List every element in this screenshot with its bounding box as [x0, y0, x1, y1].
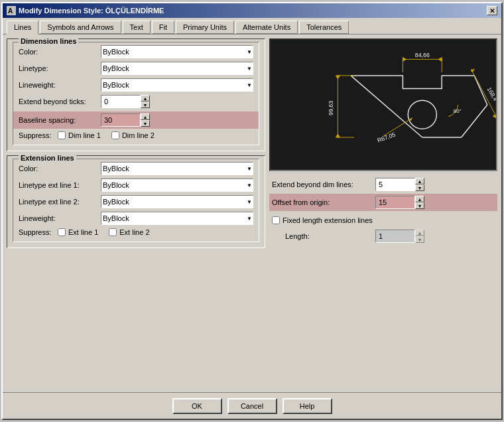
fixed-length-label: Fixed length extension lines	[283, 216, 373, 224]
linetype1-label: Linetype ext line 1:	[19, 181, 98, 189]
suppress-dimlines-label: Suppress:	[19, 131, 55, 139]
extend-ticks-down[interactable]: ▼	[141, 102, 150, 108]
svg-text:99,63: 99,63	[328, 101, 334, 115]
baseline-spinner: 30 ▲ ▼	[101, 113, 150, 127]
ext-lineweight-label: Lineweight:	[19, 214, 98, 222]
extline1-label: Ext line 1	[68, 228, 98, 236]
linetype2-select-wrap: ByBlock ▼	[101, 195, 253, 208]
preview-box: 84,66 99,63	[269, 38, 497, 171]
length-row: Length: 1 ▲ ▼	[272, 230, 495, 243]
svg-text:84,66: 84,66	[415, 52, 430, 58]
offset-origin-row: Offset from origin: 15 ▲ ▼	[269, 194, 497, 211]
tab-symbols-arrows[interactable]: Symbols and Arrows	[40, 21, 121, 34]
offset-origin-label: Offset from origin:	[272, 198, 371, 206]
extend-dimlines-buttons: ▲ ▼	[415, 178, 424, 191]
linetype2-row: Linetype ext line 2: ByBlock ▼	[19, 195, 253, 208]
linetype-row: Linetype: ByBlock ▼	[19, 62, 253, 75]
color-select[interactable]: ByBlock	[101, 45, 253, 58]
extline2-label: Ext line 2	[119, 228, 149, 236]
svg-text:A: A	[8, 7, 13, 15]
linetype-label: Linetype:	[19, 64, 98, 72]
baseline-row: Baseline spacing: 30 ▲ ▼	[13, 111, 259, 129]
length-down[interactable]: ▼	[415, 236, 424, 243]
window-title: Modify Dimension Style: ÖLÇÜLENDİRME	[19, 7, 164, 15]
dimline1-group: Dim line 1	[58, 131, 101, 139]
length-buttons: ▲ ▼	[415, 230, 424, 243]
offset-origin-up[interactable]: ▲	[415, 196, 424, 202]
extension-lines-inner: Extension lines Color: ByBlock ▼	[13, 159, 259, 242]
ext-color-label: Color:	[19, 165, 98, 173]
lineweight-row: Lineweight: ByBlock ▼	[19, 78, 253, 92]
dimline2-label: Dim line 2	[122, 131, 155, 139]
suppress-extlines-row: Suppress: Ext line 1 Ext line 2	[19, 228, 253, 236]
extline1-checkbox[interactable]	[58, 228, 66, 236]
cancel-button[interactable]: Cancel	[227, 398, 277, 414]
extend-dimlines-input[interactable]: 5	[375, 178, 415, 191]
extend-ticks-up[interactable]: ▲	[141, 95, 150, 102]
ok-button[interactable]: OK	[172, 398, 222, 414]
linetype2-select[interactable]: ByBlock	[101, 195, 253, 208]
length-up[interactable]: ▲	[415, 230, 424, 236]
tab-primary-units[interactable]: Primary Units	[176, 21, 234, 34]
right-panel: 84,66 99,63	[269, 38, 497, 384]
extline1-group: Ext line 1	[58, 228, 98, 236]
fixed-length-row: Fixed length extension lines	[272, 216, 495, 224]
offset-origin-buttons: ▲ ▼	[415, 196, 424, 209]
left-panel: Dimension lines Color: ByBlock ▼	[7, 38, 265, 384]
content-area: Dimension lines Color: ByBlock ▼	[3, 35, 501, 387]
bottom-bar: OK Cancel Help	[3, 392, 501, 419]
linetype-select-wrap: ByBlock ▼	[101, 62, 253, 75]
length-input[interactable]: 1	[375, 230, 415, 243]
fixed-length-checkbox[interactable]	[272, 216, 280, 224]
ext-lineweight-select[interactable]: ByBlock	[101, 212, 253, 225]
tab-text[interactable]: Text	[123, 21, 151, 34]
offset-origin-down[interactable]: ▼	[415, 202, 424, 209]
extend-dimlines-row: Extend beyond dim lines: 5 ▲ ▼	[272, 178, 495, 191]
ext-lineweight-row: Lineweight: ByBlock ▼	[19, 212, 253, 225]
tab-tolerances[interactable]: Tolerances	[299, 21, 349, 34]
extension-lines-label: Extension lines	[19, 154, 76, 162]
offset-origin-input[interactable]: 15	[375, 196, 415, 209]
extend-dimlines-up[interactable]: ▲	[415, 178, 424, 184]
dimline1-label: Dim line 1	[68, 131, 101, 139]
length-spinner: 1 ▲ ▼	[375, 230, 424, 243]
tab-lines[interactable]: Lines	[7, 21, 38, 35]
linetype1-select[interactable]: ByBlock	[101, 178, 253, 192]
ext-color-row: Color: ByBlock ▼	[19, 162, 253, 175]
lineweight-select[interactable]: ByBlock	[101, 78, 253, 92]
extend-ticks-row: Extend beyond ticks: 0 ▲ ▼	[19, 95, 253, 108]
ext-color-select[interactable]: ByBlock	[101, 162, 253, 175]
lineweight-label: Lineweight:	[19, 81, 98, 89]
color-label: Color:	[19, 48, 98, 56]
baseline-up[interactable]: ▲	[141, 113, 150, 120]
close-button[interactable]: ✕	[487, 6, 497, 15]
dimline1-checkbox[interactable]	[58, 131, 66, 139]
title-bar: A Modify Dimension Style: ÖLÇÜLENDİRME ✕	[3, 3, 501, 18]
extension-lines-group: Extension lines Color: ByBlock ▼	[7, 155, 265, 248]
extline2-checkbox[interactable]	[109, 228, 117, 236]
lineweight-select-wrap: ByBlock ▼	[101, 78, 253, 92]
length-label: Length:	[272, 232, 371, 240]
extend-ticks-spinner: 0 ▲ ▼	[101, 95, 150, 108]
linetype-select[interactable]: ByBlock	[101, 62, 253, 75]
extend-dimlines-down[interactable]: ▼	[415, 184, 424, 191]
suppress-dimlines-row: Suppress: Dim line 1 Dim line 2	[19, 131, 253, 139]
tab-fit[interactable]: Fit	[152, 21, 174, 34]
baseline-input[interactable]: 30	[101, 113, 141, 127]
dimension-lines-group: Dimension lines Color: ByBlock ▼	[7, 38, 265, 151]
app-icon: A	[7, 6, 16, 15]
tab-alternate-units[interactable]: Alternate Units	[235, 21, 298, 34]
baseline-label: Baseline spacing:	[19, 116, 98, 124]
tabs-bar: Lines Symbols and Arrows Text Fit Primar…	[3, 18, 501, 35]
extend-dimlines-spinner: 5 ▲ ▼	[375, 178, 424, 191]
linetype2-label: Linetype ext line 2:	[19, 198, 98, 206]
extline2-group: Ext line 2	[109, 228, 149, 236]
baseline-down[interactable]: ▼	[141, 120, 150, 127]
svg-rect-2	[273, 40, 493, 170]
dimline2-checkbox[interactable]	[111, 131, 119, 139]
extend-ticks-buttons: ▲ ▼	[141, 95, 150, 108]
help-button[interactable]: Help	[283, 398, 332, 414]
preview-svg: 84,66 99,63	[271, 40, 496, 170]
extend-ticks-input[interactable]: 0	[101, 95, 141, 108]
main-window: A Modify Dimension Style: ÖLÇÜLENDİRME ✕…	[1, 2, 503, 420]
